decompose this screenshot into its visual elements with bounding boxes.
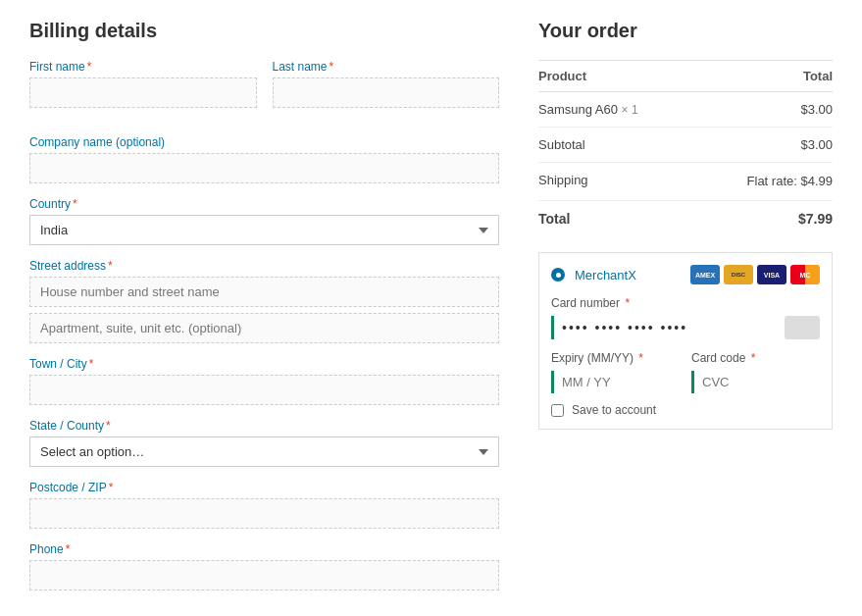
company-name-label: Company name (optional): [29, 135, 499, 149]
state-county-required: *: [106, 419, 111, 433]
street-address-required: *: [108, 259, 113, 273]
cvc-input[interactable]: [702, 371, 820, 393]
expiry-input[interactable]: [562, 371, 680, 393]
card-number-label: Card number *: [551, 296, 820, 310]
state-county-select[interactable]: Select an option… Delhi Maharashtra Karn…: [29, 436, 499, 467]
street-address-input-1[interactable]: [29, 277, 499, 307]
order-section: Your order Product Total Samsung A60 × 1…: [538, 20, 833, 604]
postcode-label: Postcode / ZIP*: [29, 481, 499, 494]
phone-required: *: [66, 542, 71, 556]
total-row: Total $7.99: [538, 201, 833, 237]
cvc-input-wrapper: [691, 371, 820, 393]
subtotal-value: $3.00: [696, 128, 833, 163]
billing-title: Billing details: [29, 20, 499, 42]
order-title: Your order: [538, 20, 833, 42]
cvc-required: *: [751, 351, 756, 365]
country-label: Country*: [29, 197, 499, 211]
card-number-section: Card number *: [551, 296, 820, 339]
total-value: $7.99: [696, 201, 833, 237]
expiry-section: Expiry (MM/YY) *: [551, 351, 680, 393]
payment-label: MerchantX: [575, 268, 636, 282]
order-item-name: Samsung A60 × 1: [538, 92, 696, 128]
col-total-header: Total: [696, 61, 833, 92]
postcode-input[interactable]: [29, 498, 499, 529]
last-name-required: *: [330, 60, 334, 74]
card-number-input[interactable]: [562, 320, 777, 335]
order-item-row: Samsung A60 × 1 $3.00: [538, 92, 833, 128]
save-account-label: Save to account: [572, 403, 656, 417]
discover-logo: DISC: [724, 265, 753, 284]
card-number-wrapper: [551, 316, 820, 339]
country-select[interactable]: India United States United Kingdom Canad…: [29, 215, 499, 245]
save-account-row: Save to account: [551, 403, 820, 417]
town-city-required: *: [89, 357, 94, 371]
street-address-group: Street address*: [29, 259, 499, 343]
postcode-group: Postcode / ZIP*: [29, 481, 499, 529]
expiry-cvc-row: Expiry (MM/YY) * Card code *: [551, 351, 820, 393]
country-group: Country* India United States United King…: [29, 197, 499, 245]
first-name-required: *: [87, 60, 92, 74]
shipping-row: Shipping Flat rate: $4.99: [538, 163, 833, 201]
amex-logo: AMEX: [690, 265, 720, 284]
card-number-required: *: [625, 296, 630, 310]
shipping-label: Shipping: [538, 163, 696, 201]
first-name-input[interactable]: [29, 77, 257, 108]
last-name-group: Last name*: [273, 60, 500, 108]
postcode-required: *: [109, 481, 114, 494]
phone-label: Phone*: [29, 542, 499, 556]
payment-section: MerchantX AMEX DISC VISA MC Card number …: [538, 252, 833, 430]
company-name-input[interactable]: [29, 153, 499, 183]
cvc-section: Card code *: [691, 351, 820, 393]
expiry-required: *: [638, 351, 643, 365]
phone-input[interactable]: [29, 560, 499, 590]
payment-method-row: MerchantX AMEX DISC VISA MC: [551, 265, 820, 284]
mastercard-logo: MC: [790, 265, 820, 284]
shipping-value: Flat rate: $4.99: [696, 163, 833, 201]
subtotal-row: Subtotal $3.00: [538, 128, 833, 163]
order-table: Product Total Samsung A60 × 1 $3.00 Subt…: [538, 60, 833, 236]
payment-radio[interactable]: [551, 268, 565, 282]
town-city-label: Town / City*: [29, 357, 499, 371]
town-city-input[interactable]: [29, 375, 499, 405]
phone-group: Phone*: [29, 542, 499, 590]
expiry-input-wrapper: [551, 371, 680, 393]
street-address-input-2[interactable]: [29, 313, 499, 343]
card-logos: AMEX DISC VISA MC: [690, 265, 820, 284]
expiry-label: Expiry (MM/YY) *: [551, 351, 680, 365]
last-name-label: Last name*: [273, 60, 500, 74]
first-name-group: First name*: [29, 60, 257, 108]
state-county-label: State / County*: [29, 419, 499, 433]
company-name-group: Company name (optional): [29, 135, 499, 183]
card-type-icon: [785, 316, 820, 339]
state-county-group: State / County* Select an option… Delhi …: [29, 419, 499, 467]
name-row: First name* Last name*: [29, 60, 499, 122]
last-name-input[interactable]: [273, 77, 500, 108]
total-label: Total: [538, 201, 696, 237]
subtotal-label: Subtotal: [538, 128, 696, 163]
street-address-label: Street address*: [29, 259, 499, 273]
order-item-price: $3.00: [696, 92, 833, 128]
visa-logo: VISA: [757, 265, 786, 284]
billing-section: Billing details First name* Last name* C…: [29, 20, 499, 604]
page-container: Billing details First name* Last name* C…: [0, 0, 862, 616]
cvc-label: Card code *: [691, 351, 820, 365]
col-product-header: Product: [538, 61, 696, 92]
town-city-group: Town / City*: [29, 357, 499, 405]
country-required: *: [73, 197, 77, 211]
first-name-label: First name*: [29, 60, 257, 74]
save-account-checkbox[interactable]: [551, 404, 564, 417]
